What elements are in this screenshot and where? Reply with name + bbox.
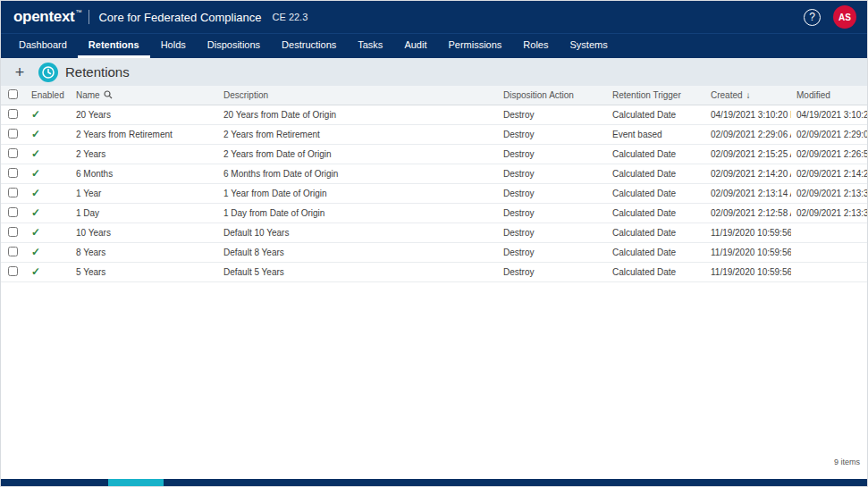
row-checkbox[interactable] [8, 129, 18, 139]
items-count: 9 items [834, 458, 860, 466]
row-checkbox[interactable] [8, 266, 18, 276]
table-row[interactable]: ✓1 Day1 Day from Date of OriginDestroyCa… [1, 203, 868, 223]
cell-name[interactable]: 10 Years [71, 223, 218, 242]
cell-created: 02/09/2021 2:13:14 AM [705, 183, 791, 203]
app-window: opentext ™ Core for Federated Compliance… [0, 0, 868, 487]
row-checkbox[interactable] [8, 168, 18, 178]
cell-name[interactable]: 2 Years from Retirement [71, 124, 218, 144]
enabled-check-icon: ✓ [31, 187, 40, 199]
row-checkbox[interactable] [8, 188, 18, 197]
cell-created: 02/09/2021 2:14:20 AM [705, 164, 791, 183]
enabled-check-icon: ✓ [31, 206, 40, 219]
cell-modified: 02/09/2021 2:13:35 AM [791, 203, 868, 223]
nav-item-audit[interactable]: Audit [393, 34, 437, 58]
nav-item-dashboard[interactable]: Dashboard [8, 34, 78, 58]
cell-name[interactable]: 2 Years [71, 144, 218, 164]
nav-item-destructions[interactable]: Destructions [271, 34, 347, 58]
cell-modified [791, 223, 868, 242]
enabled-check-icon: ✓ [31, 108, 40, 121]
enabled-check-icon: ✓ [31, 226, 40, 239]
add-button[interactable]: + [10, 63, 29, 82]
column-retention-trigger[interactable]: Retention Trigger [607, 86, 705, 105]
cell-name[interactable]: 1 Day [71, 203, 218, 223]
cell-retention-trigger: Calculated Date [607, 203, 705, 223]
cell-name[interactable]: 8 Years [71, 242, 218, 262]
enabled-check-icon: ✓ [31, 167, 40, 180]
column-disposition-action[interactable]: Disposition Action [498, 86, 607, 105]
table-row[interactable]: ✓10 YearsDefault 10 YearsDestroyCalculat… [1, 223, 868, 242]
page-toolbar: + Retentions [1, 58, 867, 86]
nav-item-dispositions[interactable]: Dispositions [197, 34, 271, 58]
cell-created: 04/19/2021 3:10:20 PM [705, 105, 791, 124]
row-checkbox[interactable] [8, 247, 18, 256]
cell-description: 2 Years from Retirement [218, 124, 498, 144]
cell-disposition-action: Destroy [498, 223, 607, 242]
cell-retention-trigger: Event based [607, 124, 705, 144]
cell-disposition-action: Destroy [498, 242, 607, 262]
column-enabled[interactable]: Enabled [26, 86, 71, 105]
cell-disposition-action: Destroy [498, 164, 607, 183]
cell-retention-trigger: Calculated Date [607, 262, 705, 281]
column-name[interactable]: Name [71, 86, 218, 105]
cell-name[interactable]: 6 Months [71, 164, 218, 183]
bottom-bar-teal-segment [108, 479, 164, 486]
cell-retention-trigger: Calculated Date [607, 183, 705, 203]
table-row[interactable]: ✓2 Years2 Years from Date of OriginDestr… [1, 144, 868, 164]
cell-created: 02/09/2021 2:29:06 AM [705, 124, 791, 144]
nav-item-holds[interactable]: Holds [150, 34, 197, 58]
nav-item-roles[interactable]: Roles [512, 34, 559, 58]
cell-description: 2 Years from Date of Origin [218, 144, 498, 164]
brand-divider [88, 10, 89, 24]
nav-item-retentions[interactable]: Retentions [78, 34, 150, 58]
cell-modified: 04/19/2021 3:10:20 PM [791, 105, 868, 124]
cell-disposition-action: Destroy [498, 144, 607, 164]
enabled-check-icon: ✓ [31, 265, 40, 278]
help-button[interactable]: ? [804, 9, 821, 26]
cell-name[interactable]: 1 Year [71, 183, 218, 203]
nav-item-tasks[interactable]: Tasks [347, 34, 393, 58]
cell-retention-trigger: Calculated Date [607, 242, 705, 262]
app-version: CE 22.3 [273, 12, 308, 22]
table-row[interactable]: ✓6 Months6 Months from Date of OriginDes… [1, 164, 868, 183]
page-title: Retentions [65, 64, 130, 80]
brand-trademark: ™ [75, 9, 81, 15]
table-row[interactable]: ✓2 Years from Retirement2 Years from Ret… [1, 124, 868, 144]
row-checkbox[interactable] [8, 207, 18, 217]
table-row[interactable]: ✓20 Years20 Years from Date of OriginDes… [1, 105, 868, 124]
cell-modified: 02/09/2021 2:26:57 AM [791, 144, 868, 164]
cell-description: 20 Years from Date of Origin [218, 105, 498, 124]
table-row[interactable]: ✓1 Year1 Year from Date of OriginDestroy… [1, 183, 868, 203]
retentions-table: Enabled Name Description Disposition Act… [1, 86, 868, 282]
row-checkbox[interactable] [8, 109, 18, 119]
row-checkbox[interactable] [8, 227, 18, 237]
cell-name[interactable]: 20 Years [71, 105, 218, 124]
column-created[interactable]: Created ↓ [705, 86, 791, 105]
top-bar: opentext ™ Core for Federated Compliance… [1, 1, 867, 33]
cell-description: Default 8 Years [218, 242, 498, 262]
row-checkbox[interactable] [8, 148, 18, 158]
column-modified[interactable]: Modified [791, 86, 868, 105]
column-description[interactable]: Description [218, 86, 498, 105]
cell-retention-trigger: Calculated Date [607, 144, 705, 164]
cell-modified [791, 242, 868, 262]
cell-modified: 02/09/2021 2:13:35 AM [791, 183, 868, 203]
cell-description: 6 Months from Date of Origin [218, 164, 498, 183]
select-all-checkbox[interactable] [8, 89, 18, 99]
avatar[interactable]: AS [833, 5, 856, 29]
cell-name[interactable]: 5 Years [71, 262, 218, 281]
help-icon: ? [809, 11, 815, 23]
nav-item-permissions[interactable]: Permissions [437, 34, 512, 58]
enabled-check-icon: ✓ [31, 128, 40, 140]
cell-retention-trigger: Calculated Date [607, 164, 705, 183]
cell-created: 11/19/2020 10:59:56 AM [705, 242, 791, 262]
nav-item-systems[interactable]: Systems [559, 34, 618, 58]
cell-disposition-action: Destroy [498, 105, 607, 124]
table-row[interactable]: ✓8 YearsDefault 8 YearsDestroyCalculated… [1, 242, 868, 262]
enabled-check-icon: ✓ [31, 246, 40, 258]
table-header-row: Enabled Name Description Disposition Act… [1, 86, 868, 105]
cell-disposition-action: Destroy [498, 183, 607, 203]
cell-retention-trigger: Calculated Date [607, 223, 705, 242]
cell-created: 11/19/2020 10:59:56 AM [705, 223, 791, 242]
search-icon[interactable] [104, 90, 113, 99]
table-row[interactable]: ✓5 YearsDefault 5 YearsDestroyCalculated… [1, 262, 868, 281]
